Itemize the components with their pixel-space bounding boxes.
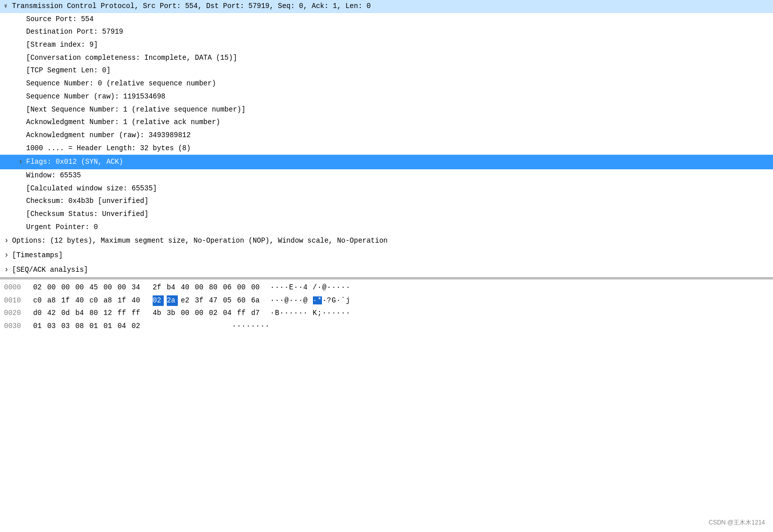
expand-icon-empty	[18, 28, 26, 37]
expand-icon-empty	[18, 15, 26, 24]
hex-byte: b4	[75, 308, 86, 319]
main-container: ∨Transmission Control Protocol, Src Port…	[0, 0, 773, 532]
expand-icon-empty	[18, 53, 26, 63]
hex-byte: 3f	[195, 295, 206, 306]
hex-byte: 05	[223, 295, 234, 306]
hex-byte: 00	[103, 282, 115, 293]
tree-row-ack-num: Acknowledgment Number: 1 (relative ack n…	[0, 116, 773, 129]
hex-byte: 00	[195, 282, 206, 293]
hex-byte: 01	[33, 321, 44, 332]
tree-row-tcp-seg-len: [TCP Segment Len: 0]	[0, 64, 773, 77]
hex-byte: 00	[118, 282, 129, 293]
hex-spacer	[146, 282, 150, 293]
tree-row-checksum: Checksum: 0x4b3b [unverified]	[0, 195, 773, 208]
hex-bytes-0030: 0103030801010402	[33, 321, 224, 332]
tree-row-content-options: Options: (12 bytes), Maximum segment siz…	[12, 236, 769, 247]
hex-row-0030: 00300103030801010402········	[0, 320, 773, 333]
hex-byte: ff	[132, 308, 143, 319]
hex-byte: 00	[251, 282, 262, 293]
hex-byte: d7	[251, 308, 262, 319]
hex-byte: 00	[75, 282, 86, 293]
tree-row-calc-window: [Calculated window size: 65535]	[0, 182, 773, 195]
hex-byte: 3b	[167, 308, 178, 319]
ascii-highlight: ·*	[313, 296, 322, 304]
expand-icon-empty	[18, 41, 26, 50]
hex-bytes-0020: d0420db48012ffff 4b3b00000204ffd7	[33, 308, 262, 319]
tree-row-flags[interactable]: ›Flags: 0x012 (SYN, ACK)	[0, 155, 773, 169]
hex-offset-0020: 0020	[4, 308, 29, 319]
hex-byte: 2f	[153, 282, 164, 293]
hex-byte: 40	[75, 295, 86, 306]
hex-byte: 42	[47, 308, 58, 319]
tree-row-timestamps[interactable]: ›[Timestamps]	[0, 248, 773, 263]
expand-icon[interactable]: ›	[4, 235, 12, 247]
tree-row-content-seq-ack-analysis: [SEQ/ACK analysis]	[12, 265, 769, 276]
tree-row-content-next-seq: [Next Sequence Number: 1 (relative seque…	[26, 104, 769, 116]
tree-row-src-port: Source Port: 554	[0, 13, 773, 26]
hex-byte: 00	[47, 282, 58, 293]
hex-byte: 02	[33, 282, 44, 293]
expand-icon[interactable]: ›	[4, 249, 12, 262]
expand-icon[interactable]: ∨	[4, 2, 12, 11]
hex-byte: e2	[181, 295, 192, 306]
tree-row-content-ack-num-raw: Acknowledgment number (raw): 3493989812	[26, 130, 769, 141]
hex-byte: 00	[195, 308, 206, 319]
hex-byte: c0	[89, 295, 100, 306]
hex-byte: 6a	[251, 295, 262, 306]
tree-row-content-conversation: [Conversation completeness: Incomplete, …	[26, 53, 769, 64]
tree-row-conversation: [Conversation completeness: Incomplete, …	[0, 52, 773, 65]
expand-icon-empty	[18, 66, 26, 76]
hex-byte: ff	[237, 308, 248, 319]
hex-spacer	[146, 308, 150, 319]
hex-byte: 04	[118, 321, 129, 332]
tree-row-content-urgent-ptr: Urgent Pointer: 0	[26, 222, 769, 233]
expand-icon[interactable]: ›	[18, 156, 26, 168]
hex-byte: 80	[89, 308, 100, 319]
tree-row-content-seq-num: Sequence Number: 0 (relative sequence nu…	[26, 78, 769, 89]
tree-row-urgent-ptr: Urgent Pointer: 0	[0, 221, 773, 234]
expand-icon-empty	[18, 197, 26, 206]
hex-ascii-0000: ····E··4 /·@·····	[270, 282, 351, 293]
hex-byte: 60	[237, 295, 248, 306]
hex-byte: 06	[223, 282, 234, 293]
tree-row-header-len: 1000 .... = Header Length: 32 bytes (8)	[0, 142, 773, 155]
expand-icon-empty	[18, 79, 26, 89]
tree-row-seq-num: Sequence Number: 0 (relative sequence nu…	[0, 77, 773, 90]
tree-row-content-tcp-seg-len: [TCP Segment Len: 0]	[26, 65, 769, 76]
expand-icon-empty	[18, 223, 26, 232]
tree-row-options[interactable]: ›Options: (12 bytes), Maximum segment si…	[0, 234, 773, 248]
tree-row-tcp-header[interactable]: ∨Transmission Control Protocol, Src Port…	[0, 0, 773, 13]
tree-row-content-timestamps: [Timestamps]	[12, 250, 769, 261]
hex-byte: 40	[132, 295, 143, 306]
hex-byte: c0	[33, 295, 44, 306]
watermark: CSDN @王木木1214	[709, 518, 765, 527]
hex-byte: 00	[237, 282, 248, 293]
hex-byte: 1f	[118, 295, 129, 306]
hex-dump: 00000200000045000034 2fb4400080060000···…	[0, 279, 773, 335]
hex-ascii-0030: ········	[232, 321, 270, 332]
hex-byte: a8	[103, 295, 115, 306]
hex-byte: 03	[47, 321, 58, 332]
hex-byte: 12	[103, 308, 115, 319]
hex-byte: 00	[181, 308, 192, 319]
expand-icon[interactable]: ›	[4, 264, 12, 276]
hex-byte: 47	[209, 295, 220, 306]
tree-row-seq-num-raw: Sequence Number (raw): 1191534698	[0, 90, 773, 103]
hex-byte: 40	[181, 282, 192, 293]
tree-row-next-seq: [Next Sequence Number: 1 (relative seque…	[0, 103, 773, 117]
hex-byte: 03	[61, 321, 72, 332]
hex-ascii-0010: ···@···@ ·*·?G·`j	[270, 295, 351, 306]
tree-row-seq-ack-analysis[interactable]: ›[SEQ/ACK analysis]	[0, 263, 773, 277]
hex-offset-0010: 0010	[4, 295, 29, 306]
tree-row-checksum-status: [Checksum Status: Unverified]	[0, 208, 773, 221]
hex-byte: 34	[132, 282, 143, 293]
hex-byte: 02	[153, 295, 164, 306]
hex-byte: 1f	[61, 295, 72, 306]
expand-icon-empty	[18, 171, 26, 181]
hex-byte: d0	[33, 308, 44, 319]
hex-ascii-0020: ·B······ K;······	[270, 308, 351, 319]
hex-row-0010: 0010c0a81f40c0a81f40 022ae23f4705606a···…	[0, 294, 773, 307]
tree-row-content-dst-port: Destination Port: 57919	[26, 27, 769, 38]
tree-row-window: Window: 65535	[0, 169, 773, 182]
hex-offset-0000: 0000	[4, 282, 29, 293]
